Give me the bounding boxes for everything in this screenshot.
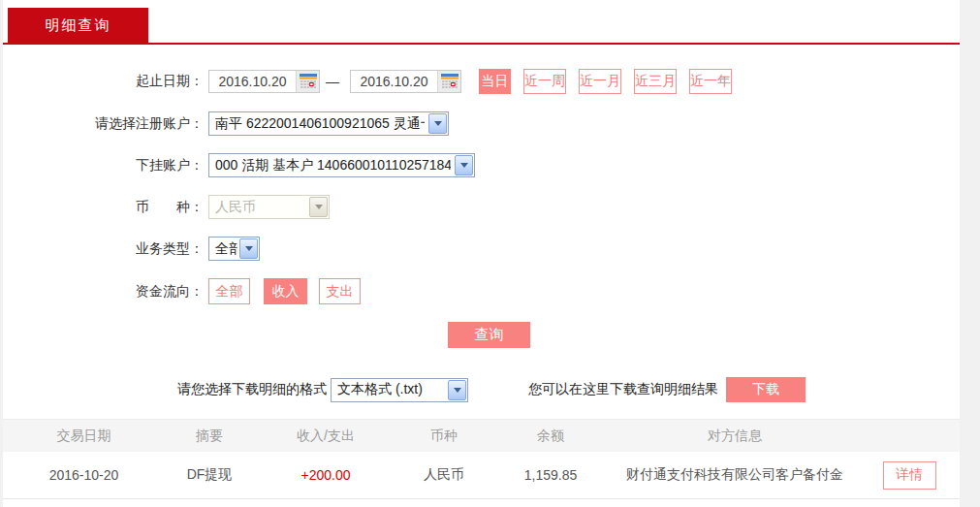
tab-bar: 明细查询: [3, 0, 960, 43]
registered-account-select[interactable]: 南平 6222001406100921065 灵通卡: [208, 111, 449, 136]
chevron-down-icon[interactable]: [448, 380, 466, 400]
end-date-input[interactable]: 2016.10.20: [350, 70, 461, 93]
download-format-label: 请您选择下载明细的格式: [177, 381, 327, 398]
query-button[interactable]: 查询: [448, 322, 530, 348]
col-header-date: 交易日期: [3, 428, 165, 445]
cell-counterparty: 财付通支付科技有限公司客户备付金: [611, 466, 859, 484]
content-area: 起止日期： 2016.10.20: [3, 45, 960, 499]
currency-label: 币 种：: [3, 199, 204, 216]
cell-currency: 人民币: [397, 466, 490, 484]
download-button[interactable]: 下载: [726, 377, 806, 402]
registered-account-row: 请选择注册账户： 南平 6222001406100921065 灵通卡: [3, 111, 960, 136]
table-header-row: 交易日期 摘要 收入/支出 币种 余额 对方信息: [3, 419, 960, 452]
last-year-button[interactable]: 近一年: [689, 69, 732, 94]
download-format-select[interactable]: 文本格式 (.txt): [331, 378, 468, 402]
cell-date: 2016-10-20: [3, 467, 165, 483]
fund-flow-label: 资金流向：: [3, 283, 204, 301]
fund-flow-expense-button[interactable]: 支出: [319, 278, 361, 304]
sub-account-label: 下挂账户：: [3, 157, 204, 174]
col-header-summary: 摘要: [165, 428, 254, 445]
business-type-row: 业务类型： 全部: [3, 237, 960, 261]
query-button-row: 查询: [3, 322, 960, 348]
col-header-counterparty: 对方信息: [611, 428, 859, 445]
sub-account-row: 下挂账户： 000 活期 基本户 1406600101102571848: [3, 153, 960, 177]
fund-flow-income-button[interactable]: 收入: [264, 278, 307, 304]
page: 明细查询 起止日期： 2016.10.20: [3, 0, 960, 507]
cell-action: 详情: [859, 461, 960, 490]
start-date-input[interactable]: 2016.10.20: [208, 70, 320, 93]
business-type-value: 全部: [215, 240, 237, 258]
sub-account-value: 000 活期 基本户 1406600101102571848: [215, 157, 451, 174]
date-range-label: 起止日期：: [3, 73, 204, 90]
chevron-down-icon[interactable]: [428, 113, 447, 134]
currency-row: 币 种： 人民币: [3, 195, 960, 219]
col-header-currency: 币种: [397, 428, 490, 445]
query-form: 起止日期： 2016.10.20: [3, 45, 960, 348]
fund-flow-row: 资金流向： 全部 收入 支出: [3, 278, 960, 304]
today-button[interactable]: 当日: [479, 69, 511, 94]
fund-flow-all-button[interactable]: 全部: [208, 278, 250, 304]
calendar-icon[interactable]: [296, 71, 319, 92]
sub-account-select[interactable]: 000 活期 基本户 1406600101102571848: [208, 153, 475, 177]
currency-select: 人民币: [208, 195, 330, 219]
download-hint: 您可以在这里下载查询明细结果: [528, 381, 718, 398]
col-header-amount: 收入/支出: [254, 428, 397, 445]
calendar-icon[interactable]: [437, 71, 460, 92]
download-format-value: 文本格式 (.txt): [337, 381, 423, 398]
chevron-down-icon[interactable]: [239, 238, 258, 259]
business-type-select[interactable]: 全部: [208, 237, 260, 261]
col-header-balance: 余额: [490, 428, 611, 445]
date-range-row: 起止日期： 2016.10.20: [3, 69, 960, 94]
tab-detail-query[interactable]: 明细查询: [8, 8, 148, 43]
currency-value: 人民币: [215, 199, 256, 216]
download-row: 请您选择下载明细的格式 文本格式 (.txt) 您可以在这里下载查询明细结果 下…: [3, 377, 960, 402]
last-week-button[interactable]: 近一周: [523, 69, 566, 94]
last-3-months-button[interactable]: 近三月: [634, 69, 677, 94]
business-type-label: 业务类型：: [3, 240, 204, 258]
registered-account-label: 请选择注册账户：: [3, 115, 204, 133]
detail-button[interactable]: 详情: [883, 461, 936, 490]
chevron-down-icon[interactable]: [455, 155, 473, 175]
table-row: 2016-10-20 DF提现 +200.00 人民币 1,159.85 财付通…: [3, 452, 960, 499]
end-date-value: 2016.10.20: [351, 71, 437, 92]
date-separator: —: [326, 74, 339, 89]
chevron-down-icon: [309, 197, 328, 217]
results-table: 交易日期 摘要 收入/支出 币种 余额 对方信息 2016-10-20 DF提现…: [3, 419, 960, 499]
cell-amount: +200.00: [254, 467, 397, 483]
cell-balance: 1,159.85: [490, 467, 611, 483]
start-date-value: 2016.10.20: [209, 71, 296, 92]
cell-summary: DF提现: [165, 466, 254, 484]
last-month-button[interactable]: 近一月: [579, 69, 621, 94]
registered-account-value: 南平 6222001406100921065 灵通卡: [215, 115, 425, 133]
